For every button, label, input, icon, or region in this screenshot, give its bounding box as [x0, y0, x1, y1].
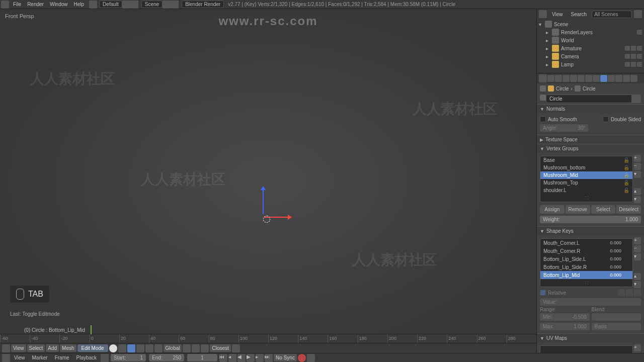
- list-item[interactable]: Mouth_Corner.L0.000: [540, 239, 632, 247]
- select-menu[interactable]: Select: [27, 344, 45, 352]
- keyframe-next-icon[interactable]: ▸: [256, 354, 264, 362]
- outliner-filter-icon[interactable]: [634, 10, 642, 18]
- name-input[interactable]: [546, 95, 632, 103]
- list-item[interactable]: Mouth_Corner.R0.000: [540, 247, 632, 255]
- move-down-button[interactable]: ▾: [634, 281, 641, 288]
- list-item[interactable]: Mushroom_Mid🔓: [540, 171, 632, 179]
- weight-field[interactable]: Weight: 1.000: [540, 216, 641, 223]
- menu-window[interactable]: Window: [47, 1, 71, 8]
- limit-selection-icon[interactable]: [154, 344, 163, 352]
- gizmo-x-arrow[interactable]: [288, 215, 292, 220]
- jump-end-icon[interactable]: ⏭: [265, 354, 273, 362]
- move-up-button[interactable]: ▴: [634, 188, 641, 195]
- pin-button[interactable]: [632, 95, 641, 103]
- range-icon[interactable]: [101, 354, 109, 362]
- expand-icon[interactable]: ▸: [546, 62, 552, 67]
- scene-selector[interactable]: Scene: [141, 1, 163, 8]
- list-item[interactable]: Bottom_Lip_Side.R0.000: [540, 263, 632, 271]
- expand-icon[interactable]: ▸: [546, 30, 552, 35]
- remove-button[interactable]: −: [634, 245, 641, 252]
- tab-render[interactable]: [547, 75, 554, 82]
- add-button[interactable]: +: [634, 237, 641, 244]
- deselect-button[interactable]: Deselect: [616, 205, 641, 214]
- visibility-icon[interactable]: [637, 30, 642, 35]
- shape-keys-header[interactable]: ▼ Shape Keys: [537, 227, 644, 235]
- tab-renderlayers[interactable]: [555, 75, 562, 82]
- lock-icon[interactable]: 🔓: [623, 172, 629, 178]
- back-button[interactable]: [89, 1, 97, 9]
- mute-icon[interactable]: [623, 272, 629, 278]
- select-icon[interactable]: [631, 62, 636, 67]
- expand-icon[interactable]: ▸: [546, 54, 552, 59]
- outliner-filter[interactable]: All Scenes: [592, 11, 632, 18]
- tab-data[interactable]: [600, 75, 607, 82]
- scene-bc-icon[interactable]: [540, 85, 546, 92]
- render-icon[interactable]: [637, 54, 642, 59]
- timeline-type-icon[interactable]: [2, 354, 10, 362]
- tab-object[interactable]: [578, 75, 585, 82]
- tab-scene[interactable]: [562, 75, 570, 82]
- tree-world[interactable]: ▸ World: [538, 36, 643, 44]
- clear-icon[interactable]: [634, 289, 641, 296]
- bc-data[interactable]: Circle: [583, 86, 596, 92]
- mesh-menu[interactable]: Mesh: [60, 344, 76, 352]
- relative-row[interactable]: Relative: [540, 288, 641, 297]
- double-sided-row[interactable]: Double Sided: [603, 115, 641, 123]
- gizmo-z-arrow[interactable]: [261, 186, 266, 190]
- list-item[interactable]: Mushroom_Top🔓: [540, 179, 632, 187]
- snap-icon[interactable]: [201, 344, 209, 352]
- vertex-groups-list[interactable]: Base🔓 Mushroom_bottom🔓 Mushroom_Mid🔓 Mus…: [540, 156, 633, 202]
- list-grip[interactable]: ∷: [540, 194, 632, 202]
- expand-icon[interactable]: ▸: [546, 38, 552, 43]
- menu-help[interactable]: Help: [71, 1, 88, 8]
- texture-space-header[interactable]: ▶ Texture Space: [537, 135, 644, 144]
- 3d-viewport[interactable]: www.rr-sc.com 人人素材社区 人人素材社区 人人素材社区 人人素材社…: [0, 9, 536, 353]
- mode-selector[interactable]: Edit Mode: [77, 344, 108, 352]
- end-frame-field[interactable]: End:250: [149, 354, 184, 361]
- lock-icon[interactable]: 🔓: [623, 165, 629, 170]
- remove-button[interactable]: −: [634, 163, 641, 170]
- eye-icon[interactable]: [625, 54, 630, 59]
- timeline-marker-menu[interactable]: Marker: [29, 354, 51, 361]
- show-only-icon[interactable]: [618, 289, 625, 296]
- auto-smooth-row[interactable]: Auto Smooth: [540, 115, 577, 123]
- timeline-view-menu[interactable]: View: [11, 354, 28, 361]
- mute-icon[interactable]: [623, 240, 629, 246]
- layout-add[interactable]: [122, 1, 130, 9]
- timeline-frame-menu[interactable]: Frame: [52, 354, 72, 361]
- playhead[interactable]: [91, 325, 92, 334]
- menu-file[interactable]: File: [10, 1, 24, 8]
- info-icon[interactable]: [1, 1, 9, 9]
- expand-icon[interactable]: ▸: [546, 46, 552, 51]
- auto-smooth-checkbox[interactable]: [540, 116, 546, 122]
- select-icon[interactable]: [631, 54, 636, 59]
- expand-icon[interactable]: ▾: [539, 22, 545, 27]
- tree-scene[interactable]: ▾ Scene: [538, 20, 643, 28]
- list-item[interactable]: Mushroom_bottom🔓: [540, 164, 632, 171]
- double-sided-checkbox[interactable]: [603, 116, 609, 122]
- snap-target[interactable]: Closest: [210, 344, 230, 352]
- render-icon[interactable]: [232, 344, 240, 352]
- bc-obj[interactable]: Circle: [556, 86, 569, 92]
- add-button[interactable]: +: [634, 155, 641, 162]
- specials-button[interactable]: ▾: [634, 253, 641, 260]
- outliner-search-menu[interactable]: Search: [568, 11, 590, 18]
- add-menu[interactable]: Add: [46, 344, 59, 352]
- layout-selector[interactable]: Default: [99, 1, 122, 8]
- select-button[interactable]: Select: [591, 205, 616, 214]
- eye-icon[interactable]: [625, 62, 630, 67]
- mute-icon[interactable]: [623, 264, 629, 270]
- mesh-bc-icon[interactable]: [575, 85, 581, 92]
- timeline-ruler[interactable]: -60 -40 -20 0 20 40 60 80 100 120 140 16…: [0, 334, 536, 343]
- pivot-icon[interactable]: [118, 344, 126, 352]
- timeline-playback-menu[interactable]: Playback: [73, 354, 100, 361]
- list-item[interactable]: Base🔓: [540, 156, 632, 164]
- tab-modifiers[interactable]: [593, 75, 600, 82]
- tab-material[interactable]: [608, 75, 615, 82]
- uv-maps-header[interactable]: ▼ UV Maps: [537, 334, 644, 342]
- layers-icon[interactable]: [192, 344, 200, 352]
- manipulator-icon[interactable]: [183, 344, 191, 352]
- play-icon[interactable]: ▶: [247, 354, 255, 362]
- editor-type-icon[interactable]: [2, 344, 10, 352]
- tab-world[interactable]: [570, 75, 577, 82]
